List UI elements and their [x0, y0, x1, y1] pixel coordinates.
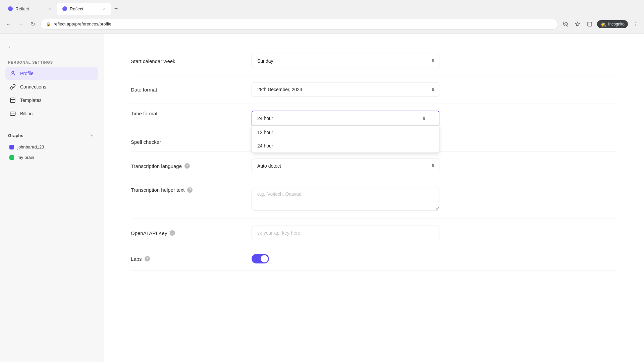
settings-row-openai-key: OpenAI API Key ? [131, 219, 617, 247]
graph-color-dot-1 [9, 145, 14, 149]
transcription-language-text: Transcription language [131, 163, 182, 169]
svg-rect-5 [10, 98, 15, 103]
openai-key-label-group: OpenAI API Key ? [131, 230, 252, 236]
transcription-helper-help-icon[interactable]: ? [187, 187, 193, 193]
sidebar-item-profile-label: Profile [20, 71, 34, 76]
time-format-chevron-icon: ⇅ [422, 116, 426, 121]
time-format-control: 24 hour ⇅ 12 hour 24 hour [252, 111, 439, 125]
svg-rect-8 [10, 112, 15, 116]
new-tab-button[interactable]: + [111, 4, 121, 13]
svg-rect-2 [588, 22, 592, 26]
sidebar-item-templates[interactable]: Templates [5, 94, 98, 107]
openai-key-control [252, 226, 439, 240]
openai-key-label: OpenAI API Key ? [131, 230, 252, 236]
openai-key-text: OpenAI API Key [131, 230, 167, 236]
sidebar-item-connections[interactable]: Connections [5, 80, 98, 93]
transcription-helper-label-group: Transcription helper text ? [131, 187, 252, 193]
labs-toggle[interactable] [252, 254, 269, 263]
transcription-helper-text-label: Transcription helper text [131, 187, 184, 193]
time-format-dropdown-menu: 12 hour 24 hour [252, 125, 439, 153]
back-button[interactable]: ← [4, 19, 13, 29]
sidebar-item-connections-label: Connections [20, 84, 46, 89]
graph-item-mybrain[interactable]: my brain [5, 152, 98, 163]
browser-tabs: Reflect × Reflect × + [0, 0, 644, 15]
back-arrow-icon: ← [8, 44, 13, 50]
forward-button[interactable]: → [16, 19, 25, 29]
sidebar-divider [8, 126, 96, 126]
labs-control [252, 254, 439, 263]
sidebar-item-billing-label: Billing [20, 111, 33, 116]
openai-key-help-icon[interactable]: ? [170, 230, 175, 236]
time-format-option-12hour[interactable]: 12 hour [252, 126, 439, 139]
sidebar-item-billing[interactable]: Billing [5, 107, 98, 120]
billing-icon [9, 110, 16, 117]
sidebar: ← Personal settings Profile Connections [0, 34, 104, 362]
personal-settings-label: Personal settings [5, 60, 98, 64]
time-format-label: Time format [131, 111, 252, 116]
settings-row-labs: Labs ? [131, 247, 617, 270]
back-button[interactable]: ← [5, 42, 16, 52]
eye-slash-icon[interactable] [561, 19, 570, 29]
graph-color-dot-2 [9, 155, 14, 160]
graphs-section-label: Graphs [8, 133, 23, 138]
transcription-language-select-wrapper: Auto detect English Spanish French Germa… [252, 159, 439, 173]
menu-button[interactable]: ⋮ [631, 19, 640, 29]
openai-key-input[interactable] [252, 226, 439, 240]
transcription-language-help-icon[interactable]: ? [184, 163, 190, 169]
reflect-favicon-1 [8, 6, 13, 11]
graphs-section-header: Graphs + [5, 132, 98, 139]
tab-2-label: Reflect [70, 6, 83, 11]
add-graph-button[interactable]: + [88, 132, 96, 139]
date-format-label: Date format [131, 87, 252, 93]
tab-2[interactable]: Reflect × [57, 3, 111, 15]
tab-1-close[interactable]: × [49, 6, 51, 11]
settings-row-transcription-helper: Transcription helper text ? ⌞ [131, 180, 617, 219]
time-format-value: 24 hour [257, 116, 273, 121]
address-text: reflect.app/preferences/profile [54, 21, 111, 26]
graph-item-johnbarad123[interactable]: johnbarad123 [5, 142, 98, 152]
tab-2-close[interactable]: × [103, 6, 105, 11]
calendar-week-control: Sunday Monday Saturday ⇅ [252, 54, 439, 68]
calendar-week-select-wrapper: Sunday Monday Saturday ⇅ [252, 54, 439, 68]
transcription-language-select[interactable]: Auto detect English Spanish French Germa… [252, 159, 439, 173]
reflect-favicon-2 [62, 6, 67, 11]
time-format-option-24hour[interactable]: 24 hour [252, 139, 439, 153]
transcription-helper-textarea[interactable] [252, 187, 439, 210]
incognito-badge: 🕵 Incognito [597, 20, 628, 28]
time-format-24hour-label: 24 hour [257, 143, 273, 148]
calendar-week-label: Start calendar week [131, 58, 252, 64]
svg-marker-1 [576, 22, 580, 26]
labs-help-icon[interactable]: ? [145, 256, 150, 261]
labs-label: Labs ? [131, 256, 252, 262]
labs-text: Labs [131, 256, 142, 262]
labs-toggle-thumb [261, 255, 268, 262]
settings-row-transcription-language: Transcription language ? Auto detect Eng… [131, 152, 617, 180]
transcription-helper-label: Transcription helper text ? [131, 187, 252, 193]
graph-label-2: my brain [17, 155, 34, 160]
star-icon[interactable] [573, 19, 582, 29]
spell-checker-label: Spell checker [131, 139, 252, 145]
main-content: Start calendar week Sunday Monday Saturd… [104, 34, 644, 362]
time-format-trigger[interactable]: 24 hour ⇅ [252, 111, 439, 125]
browser-toolbar: ← → ↻ 🔒 reflect.app/preferences/profile [0, 15, 644, 33]
graph-label-1: johnbarad123 [17, 144, 44, 149]
date-format-select[interactable]: 28th December, 2023 12/28/2023 2023-12-2… [252, 82, 439, 97]
reload-button[interactable]: ↻ [28, 19, 38, 29]
date-format-select-wrapper: 28th December, 2023 12/28/2023 2023-12-2… [252, 82, 439, 97]
transcription-language-control: Auto detect English Spanish French Germa… [252, 159, 439, 173]
calendar-week-select[interactable]: Sunday Monday Saturday [252, 54, 439, 68]
address-lock-icon: 🔒 [46, 22, 51, 26]
settings-row-time-format: Time format 24 hour ⇅ 12 hour 24 hour [131, 104, 617, 132]
svg-point-4 [12, 71, 14, 73]
resize-handle-icon: ⌞ [436, 206, 438, 210]
transcription-language-label: Transcription language ? [131, 163, 252, 169]
settings-row-calendar-week: Start calendar week Sunday Monday Saturd… [131, 47, 617, 75]
address-bar[interactable]: 🔒 reflect.app/preferences/profile [40, 19, 558, 29]
sidebar-item-profile[interactable]: Profile [5, 67, 98, 80]
profile-icon [9, 70, 16, 77]
connections-icon [9, 83, 16, 90]
sidebar-icon[interactable] [585, 19, 594, 29]
tab-1-label: Reflect [15, 6, 29, 11]
browser-chrome: Reflect × Reflect × + ← → ↻ 🔒 reflect.ap… [0, 0, 644, 34]
tab-1[interactable]: Reflect × [3, 3, 56, 15]
